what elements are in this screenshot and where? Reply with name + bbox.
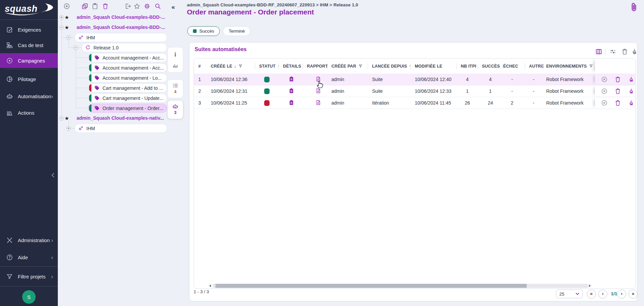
table-row[interactable]: 210/06/2024 12:31adminSuite10/06/2024 12… (194, 85, 636, 97)
column-header-modified[interactable]: MODIFIÉE LE (411, 59, 457, 74)
collapse-toggle-icon[interactable]: − (66, 35, 71, 40)
report-button[interactable] (315, 88, 322, 94)
toolbar-divider (605, 49, 605, 55)
column-label: CRÉÉE PAR (331, 64, 356, 69)
tree-item-release-1-0[interactable]: Release 1.0 (82, 43, 167, 52)
sidebar-item-exigences[interactable]: Exigences (0, 22, 58, 37)
clean-suite-button[interactable] (628, 100, 635, 106)
delete-suite-button[interactable] (614, 76, 621, 83)
sidebar-item-filtre-projets[interactable]: Filtre projets› (0, 269, 58, 284)
tree-project-link[interactable]: admin_Squash Cloud-examples-nativ... (77, 115, 164, 121)
scroll-left-arrow[interactable] (209, 284, 211, 287)
attachments-button[interactable] (629, 1, 639, 13)
collapse-toggle-icon[interactable]: − (59, 25, 64, 30)
tree-item-ihm[interactable]: IHM (75, 33, 167, 42)
column-header-created[interactable]: CRÉÉE LE↓ (207, 59, 255, 74)
column-header-createdBy[interactable]: CRÉÉE PAR (327, 59, 368, 74)
column-header-num[interactable]: # (194, 59, 207, 74)
table-row[interactable]: 110/06/2024 12:36adminSuite10/06/2024 12… (194, 74, 636, 85)
expand-toggle-icon[interactable]: + (66, 126, 71, 131)
execution-status-bar (89, 84, 91, 92)
column-header-launched[interactable]: LANCÉE DEPUIS (368, 59, 411, 74)
column-header-nbItpi[interactable]: NB ITPI (457, 59, 478, 74)
tree-toolbar-search-button[interactable] (154, 3, 162, 10)
details-button[interactable] (288, 100, 295, 106)
cancel-execution-button[interactable] (601, 76, 608, 83)
sidebar-item-automatisation[interactable]: Automatisation› (0, 89, 58, 104)
tab-executions[interactable]: 4 (167, 79, 183, 98)
collapse-toggle-icon[interactable]: − (59, 116, 64, 121)
breadcrumb[interactable]: admin_Squash Cloud-examples-BDD-RF_20240… (187, 2, 358, 7)
tab-information[interactable]: i (167, 47, 183, 73)
tag-icon (94, 95, 100, 101)
details-button[interactable] (288, 88, 295, 94)
show-columns-button[interactable] (595, 48, 603, 55)
scroll-right-arrow[interactable] (589, 284, 591, 287)
sidebar-collapse-button[interactable] (50, 172, 56, 179)
tree-project-link[interactable]: admin_Squash Cloud-examples-BDD-... (77, 25, 165, 30)
tab-automated-suites[interactable]: 3 (167, 100, 183, 119)
cancel-execution-button[interactable] (601, 88, 608, 94)
sidebar-item-aide[interactable]: Aide› (0, 250, 58, 265)
cell-value: 1 (466, 88, 469, 94)
column-header-details[interactable]: DÉTAILS (279, 59, 303, 74)
collapse-tree-button[interactable]: « (171, 3, 175, 11)
next-page-button[interactable]: › (617, 290, 626, 299)
column-header-other[interactable]: AUTRE (525, 59, 542, 74)
tree-item-campaign[interactable]: Cart management - Update... (88, 93, 167, 103)
delete-suite-button[interactable] (614, 88, 621, 94)
clipboard-icon (91, 3, 98, 10)
tree-toolbar-add-button[interactable] (63, 3, 71, 10)
chevron-right-icon: › (51, 237, 53, 243)
table-row[interactable]: 310/06/2024 11:25adminItération10/06/202… (194, 97, 636, 109)
column-header-status[interactable]: STATUT (255, 59, 279, 74)
page-size-select[interactable]: 25 (556, 290, 583, 298)
delete-suite-button[interactable] (614, 100, 621, 106)
transfer-button[interactable] (609, 48, 617, 55)
tree-toolbar-delete-button[interactable] (102, 3, 109, 10)
tree-item-campaign[interactable]: Account management - Lo... (88, 73, 167, 82)
last-page-button[interactable]: » (629, 290, 638, 299)
expand-toggle-icon[interactable]: + (59, 15, 64, 20)
app-logo[interactable]: squash (0, 0, 58, 20)
gears-icon (78, 125, 84, 131)
status-chip-success (264, 77, 270, 82)
tree-toolbar-copy-button[interactable] (81, 3, 89, 10)
tree-toolbar-paste-button[interactable] (91, 3, 99, 10)
tree-toolbar-export-button[interactable] (124, 3, 132, 10)
previous-page-button[interactable]: ‹ (598, 290, 607, 299)
tree-item-campaign[interactable]: Account management - Acc... (88, 53, 167, 62)
report-button[interactable] (315, 100, 322, 106)
tree-item-ihm[interactable]: IHM (75, 124, 167, 133)
cell-value: 1 (198, 77, 201, 82)
tree-row: Account management - Acc... (58, 63, 172, 73)
tree-toolbar-settings-button[interactable] (144, 3, 151, 10)
tree-toolbar-favorites-button[interactable] (133, 3, 141, 10)
column-header-env[interactable]: ENVIRONNEMENTS (542, 59, 595, 74)
tree-item-campaign[interactable]: Account management - Acc... (88, 63, 167, 72)
clean-suite-button[interactable] (628, 88, 635, 94)
cell-nbItpi: 26 (457, 97, 478, 109)
tree-project-link[interactable]: admin_Squash Cloud-examples-BDD-... (77, 14, 165, 20)
sidebar-item-administration[interactable]: Administration› (0, 233, 58, 247)
sidebar-item-actions[interactable]: Actions (0, 105, 58, 120)
sidebar-item-pilotage[interactable]: Pilotage (0, 72, 58, 86)
tree-item-campaign[interactable]: Cart management - Add to ... (88, 83, 167, 92)
collapse-toggle-icon[interactable]: − (73, 45, 78, 50)
clean-suite-button[interactable] (628, 76, 635, 83)
user-avatar[interactable]: S (22, 290, 36, 304)
column-header-failure[interactable]: ÉCHEC (499, 59, 525, 74)
actions-icon (6, 109, 13, 116)
tree-item-campaign[interactable]: Order management - Order... (88, 104, 167, 113)
sidebar-item-cas-de-test[interactable]: Cas de test (0, 38, 58, 52)
delete-suites-button[interactable] (621, 48, 629, 55)
first-page-button[interactable]: « (587, 290, 596, 299)
clean-suites-button[interactable] (631, 48, 638, 55)
horizontal-scrollbar-thumb[interactable] (215, 284, 527, 288)
report-button[interactable] (315, 76, 322, 83)
details-button[interactable] (288, 76, 295, 83)
column-header-rapport[interactable]: RAPPORT (303, 59, 327, 74)
report-document-icon (315, 76, 321, 82)
cancel-execution-button[interactable] (601, 100, 608, 106)
sidebar-item-campagnes[interactable]: Campagnes (0, 53, 58, 68)
